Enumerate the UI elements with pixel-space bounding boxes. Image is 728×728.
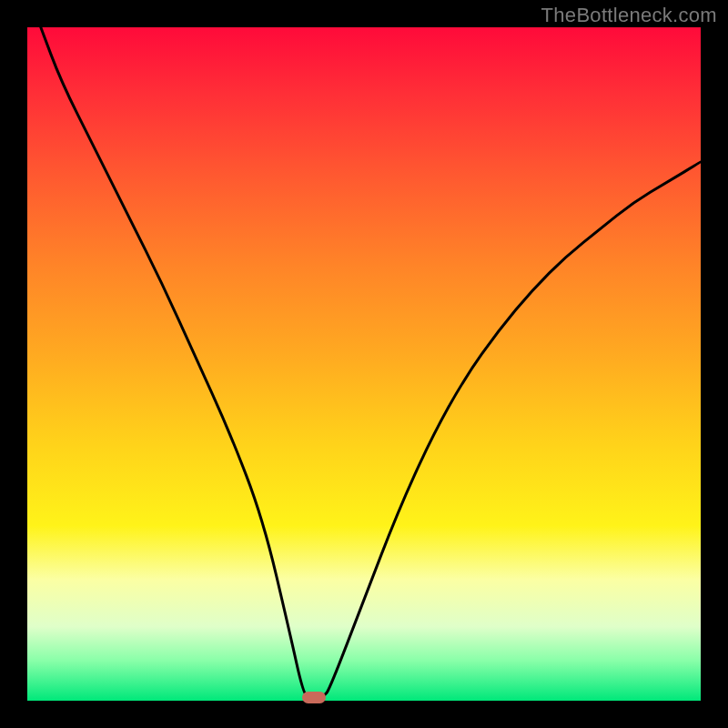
optimum-marker xyxy=(302,692,326,703)
plot-area xyxy=(27,27,701,701)
watermark-text: TheBottleneck.com xyxy=(541,4,717,27)
chart-frame: TheBottleneck.com xyxy=(0,0,728,728)
bottleneck-curve xyxy=(27,27,701,701)
